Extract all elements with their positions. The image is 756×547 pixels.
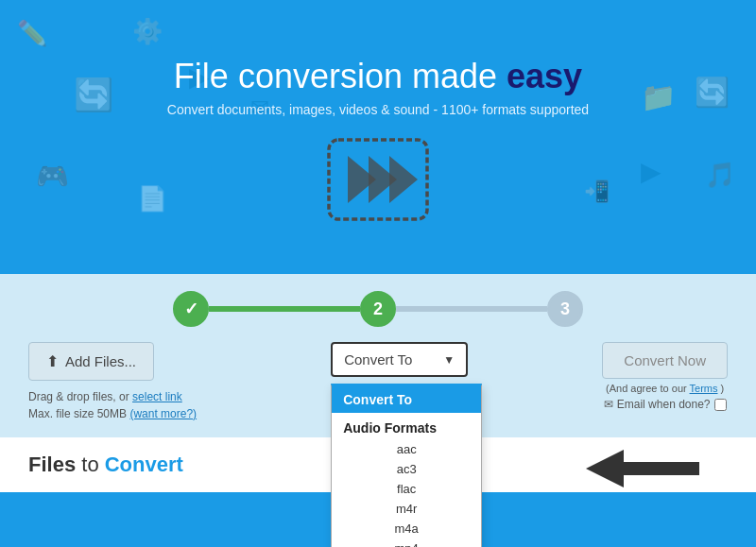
hero-section: ✏️ 🔄 ⚙️ ▶ ✉ 🎮 📄 📁 🔄 🎵 ▶ 📲 File conversio… [0,0,756,274]
step-1-circle: ✓ [173,291,209,327]
format-option-ac3[interactable]: ac3 [332,459,481,479]
settings-icon: ⚙️ [132,17,163,46]
terms-link[interactable]: Terms [690,383,718,394]
step-line-1 [209,306,360,312]
add-files-button[interactable]: ⬆ Add Files... [28,342,154,381]
transfer-icon: 📲 [584,179,610,204]
format-option-flac[interactable]: flac [332,479,481,499]
hero-subtitle: Convert documents, images, videos & soun… [167,102,589,117]
svg-marker-4 [586,450,699,487]
step-line-2 [396,306,547,312]
gamepad-icon: 🎮 [36,161,69,192]
add-files-label: Add Files... [65,353,136,369]
dropdown-category: Audio Formats [332,413,481,439]
pencil-icon: ✏️ [17,19,47,48]
right-controls: Convert Now (And agree to our Terms ) ✉ … [602,342,728,411]
convert-now-button[interactable]: Convert Now [602,342,728,379]
email-when-done-checkbox[interactable] [714,399,727,411]
svg-marker-3 [389,156,418,203]
terms-prefix: (And agree to our [606,383,687,394]
left-controls: ⬆ Add Files... Drag & drop files, or sel… [28,342,197,422]
hero-title-start: File [174,57,238,95]
convert-to-label: Convert To [344,351,412,368]
hero-title: File conversion made easy [174,57,582,96]
email-checkbox-icon: ✉ [604,398,613,411]
select-link[interactable]: select link [132,390,182,403]
email-when-done-row: ✉ Email when done? [604,398,727,411]
controls-row: ⬆ Add Files... Drag & drop files, or sel… [28,342,728,422]
refresh-icon: 🔄 [74,76,113,113]
hero-title-easy: easy [507,57,582,95]
step-3-circle: 3 [547,291,583,327]
music-icon: 🎵 [705,161,735,190]
steps-row: ✓ 2 3 [28,291,728,327]
step-2-circle: 2 [360,291,396,327]
document-icon: 📄 [137,184,167,214]
format-option-m4r[interactable]: m4r [332,499,481,519]
terms-close: ) [721,383,725,394]
format-option-mp4[interactable]: mp4 [332,538,481,547]
drag-drop-text: Drag & drop files, or select link Max. f… [28,388,197,422]
play-circle-icon: ▶ [641,156,662,187]
format-option-m4a[interactable]: m4a [332,519,481,538]
refresh2-icon: 🔄 [695,76,730,109]
drag-text-1: Drag & drop files, or [28,390,129,403]
app-logo [321,132,435,227]
want-more-link[interactable]: (want more?) [129,407,197,420]
arrow-container [586,445,699,496]
upload-icon: ⬆ [46,352,59,370]
folder-icon: 📁 [641,80,676,113]
drag-text-2: Max. file size 50MB [28,407,127,420]
terms-text: (And agree to our Terms ) [606,383,724,394]
hero-title-middle: made [403,57,507,95]
action-bar: ✓ 2 3 ⬆ Add Files... Drag & drop files, … [0,274,756,437]
convert-to-area: Convert To ▼ Convert To Audio Formats aa… [331,342,468,377]
files-to-convert-title: Files to Convert [28,453,183,477]
left-arrow-icon [586,445,699,492]
files-label-prefix: Files [28,453,76,476]
email-label: Email when done? [617,398,711,411]
files-label-convert: Convert [105,453,183,476]
hero-title-conversion: conversion [238,57,403,95]
dropdown-header: Convert To [332,386,481,413]
files-label-to: to [81,453,104,476]
chevron-down-icon: ▼ [443,353,455,367]
convert-to-select[interactable]: Convert To ▼ [331,342,468,377]
format-option-aac[interactable]: aac [332,439,481,459]
format-dropdown-panel: Convert To Audio Formats aac ac3 flac m4… [331,384,482,547]
